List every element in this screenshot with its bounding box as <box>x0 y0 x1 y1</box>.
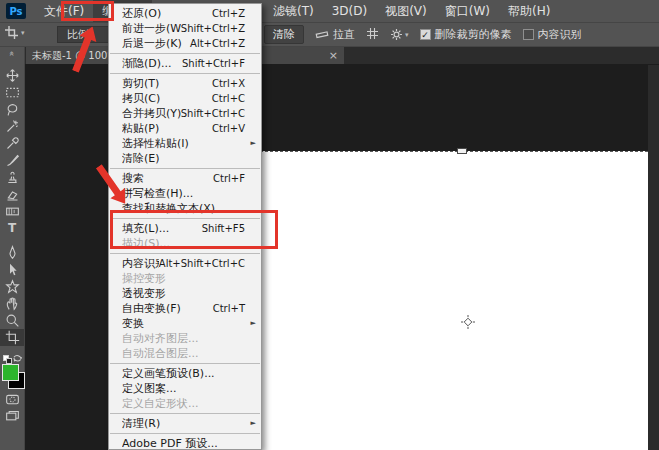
menu-item[interactable]: 拼写检查(H)... <box>109 186 261 201</box>
menu-item[interactable]: 渐隐(D)... Shift+Ctrl+F <box>109 56 261 71</box>
quick-mask-button[interactable] <box>0 391 24 408</box>
move-icon <box>5 68 20 83</box>
delete-cropped-pixels-label: 删除裁剪的像素 <box>435 27 512 42</box>
type-tool[interactable]: T <box>0 220 24 237</box>
brush-tool[interactable] <box>0 152 24 169</box>
menu-item[interactable]: 透视变形 <box>109 286 261 301</box>
menu-item-label: 剪切(T) <box>122 76 212 91</box>
menu-item[interactable]: 变换 ► <box>109 316 261 331</box>
menu-item[interactable]: Adobe PDF 预设... <box>109 436 261 450</box>
menu-item-label: 定义画笔预设(B)... <box>122 366 245 381</box>
menu-item-shortcut: Ctrl+X <box>212 76 245 91</box>
menu-item-shortcut: Shift+Ctrl+C <box>181 106 245 121</box>
menu-item[interactable]: 查找和替换文本(X)... <box>109 201 261 216</box>
menu-item-label: 自动对齐图层... <box>122 331 245 346</box>
content-aware-checkbox[interactable]: 内容识别 <box>523 27 582 42</box>
content-aware-label: 内容识别 <box>538 27 582 42</box>
right-edge-panel-strip <box>648 65 659 450</box>
menu-item[interactable]: 定义图案... <box>109 381 261 396</box>
menu-item[interactable]: 拷贝(C) Ctrl+C <box>109 91 261 106</box>
gradient-icon <box>5 204 20 219</box>
custom-shape-tool[interactable] <box>0 278 24 295</box>
menu-item[interactable]: 剪切(T) Ctrl+X <box>109 76 261 91</box>
clone-stamp-icon <box>5 170 20 185</box>
photoshop-logo-icon[interactable]: Ps <box>6 3 26 19</box>
menu-item-shortcut: Shift+F5 <box>202 221 245 236</box>
move-tool[interactable] <box>0 67 24 84</box>
crop-top-handle[interactable] <box>457 148 467 154</box>
screen-mode-button[interactable] <box>0 408 24 425</box>
chevron-down-icon: ▾ <box>21 29 25 37</box>
menu-file[interactable]: 文件(F) <box>35 0 93 22</box>
straighten-button[interactable]: 拉直 <box>315 27 355 42</box>
menu-item[interactable]: 清除(E) <box>109 151 261 166</box>
menu-item[interactable]: 描边(S)... <box>109 236 261 251</box>
menu-item[interactable]: 填充(L)... Shift+F5 <box>109 221 261 236</box>
lasso-tool[interactable] <box>0 101 24 118</box>
swap-colors-icon[interactable] <box>13 354 22 363</box>
clear-button[interactable]: 清除 <box>264 25 304 44</box>
overlay-options-button[interactable] <box>366 27 379 43</box>
menu-separator <box>110 53 260 54</box>
pen-tool[interactable] <box>0 244 24 261</box>
menu-item[interactable]: 定义画笔预设(B)... <box>109 366 261 381</box>
eyedropper-icon <box>5 136 20 151</box>
menu-item[interactable]: 后退一步(K) Alt+Ctrl+Z <box>109 36 261 51</box>
menu-3d[interactable]: 3D(D) <box>323 0 376 22</box>
eyedropper-tool[interactable] <box>0 135 24 152</box>
eraser-tool[interactable] <box>0 186 24 203</box>
menu-item[interactable]: 搜索 Ctrl+F <box>109 171 261 186</box>
menu-item[interactable]: 操控变形 <box>109 271 261 286</box>
menu-item-label: 查找和替换文本(X)... <box>122 201 245 216</box>
edit-dropdown-menu: 还原(O) Ctrl+Z 前进一步(W) Shift+Ctrl+Z 后退一步(K… <box>108 3 262 450</box>
magic-wand-tool[interactable] <box>0 118 24 135</box>
checkbox-checked-icon: ✓ <box>420 29 431 40</box>
chevron-down-icon: ▾ <box>405 31 409 39</box>
menu-item[interactable]: 粘贴(P) Ctrl+V <box>109 121 261 136</box>
gradient-tool[interactable] <box>0 203 24 220</box>
menu-item-label: 填充(L)... <box>122 221 202 236</box>
zoom-tool[interactable] <box>0 312 24 329</box>
menu-item-label: 清理(R) <box>122 416 245 431</box>
menu-view[interactable]: 视图(V) <box>376 0 436 22</box>
menu-item-label: 拷贝(C) <box>122 91 212 106</box>
quick-mask-icon <box>5 392 20 407</box>
menu-item-shortcut: Ctrl+C <box>212 91 245 106</box>
menu-item[interactable]: 自动混合图层... <box>109 346 261 361</box>
toolbox: « <box>0 47 25 450</box>
swap-colors-row[interactable] <box>0 353 24 363</box>
screen-mode-icon <box>5 409 20 424</box>
collapse-panel-icon[interactable]: « <box>5 51 18 57</box>
menu-window[interactable]: 窗口(W) <box>436 0 499 22</box>
clone-stamp-tool[interactable] <box>0 169 24 186</box>
menu-separator <box>110 168 260 169</box>
crop-options-button[interactable]: ▾ <box>390 28 409 41</box>
color-swatches <box>0 363 24 391</box>
menu-help[interactable]: 帮助(H) <box>499 0 559 22</box>
menu-separator <box>110 253 260 254</box>
menu-item[interactable]: 选择性粘贴(I) ► <box>109 136 261 151</box>
menu-item-label: 自由变换(F) <box>122 301 213 316</box>
menu-item[interactable]: 合并拷贝(Y) Shift+Ctrl+C <box>109 106 261 121</box>
menu-item[interactable]: 自由变换(F) Ctrl+T <box>109 301 261 316</box>
menu-filter[interactable]: 滤镜(T) <box>264 0 323 22</box>
crop-icon <box>5 330 20 345</box>
menu-item[interactable]: 自动对齐图层... <box>109 331 261 346</box>
menu-item[interactable]: 还原(O) Ctrl+Z <box>109 6 261 21</box>
menu-item[interactable]: 内容识别缩放 Alt+Shift+Ctrl+C <box>109 256 261 271</box>
menu-item[interactable]: 前进一步(W) Shift+Ctrl+Z <box>109 21 261 36</box>
delete-cropped-pixels-checkbox[interactable]: ✓ 删除裁剪的像素 <box>420 27 512 42</box>
rectangular-marquee-tool[interactable] <box>0 84 24 101</box>
checkbox-unchecked-icon <box>523 29 534 40</box>
path-selection-tool[interactable] <box>0 261 24 278</box>
crop-tool-preset[interactable]: ▾ <box>5 26 25 40</box>
crop-tool-active[interactable] <box>0 329 24 346</box>
menu-item-label: 描边(S)... <box>122 236 245 251</box>
hand-icon <box>5 296 20 311</box>
menu-separator <box>110 363 260 364</box>
menu-item[interactable]: 清理(R) ► <box>109 416 261 431</box>
menu-item[interactable]: 定义自定形状... <box>109 396 261 411</box>
close-icon[interactable]: × <box>329 49 338 62</box>
hand-tool[interactable] <box>0 295 24 312</box>
foreground-color-swatch[interactable] <box>2 364 19 381</box>
